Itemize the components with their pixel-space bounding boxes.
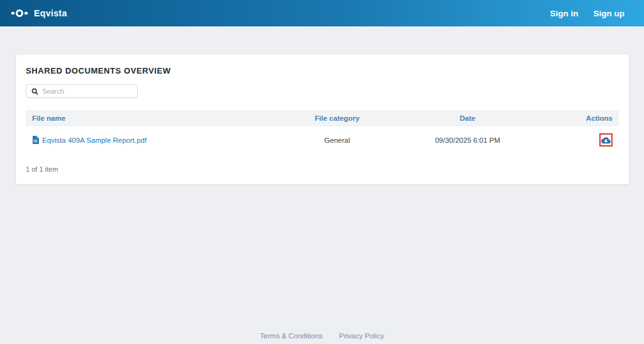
- sign-up-link[interactable]: Sign up: [594, 9, 625, 18]
- file-category-cell: General: [275, 126, 399, 153]
- file-name-link[interactable]: Eqvista 409A Sample Report.pdf: [42, 136, 147, 144]
- brand[interactable]: Eqvista: [11, 8, 67, 18]
- date-cell: 09/30/2025 6:01 PM: [399, 126, 536, 153]
- sign-in-link[interactable]: Sign in: [550, 9, 579, 18]
- eqvista-logo-icon: [11, 9, 28, 17]
- privacy-policy-link[interactable]: Privacy Policy: [339, 332, 384, 340]
- top-navbar: Eqvista Sign in Sign up: [0, 0, 644, 26]
- page-footer: Terms & Conditions Privacy Policy: [0, 332, 644, 340]
- brand-name: Eqvista: [34, 8, 67, 18]
- cloud-download-icon: [601, 136, 611, 144]
- navbar-links: Sign in Sign up: [550, 9, 625, 18]
- col-header-date: Date: [399, 110, 536, 126]
- shared-documents-card: SHARED DOCUMENTS OVERVIEW File name File…: [16, 55, 629, 184]
- col-header-file-name: File name: [26, 110, 275, 126]
- documents-table: File name File category Date Actions: [26, 110, 619, 153]
- page-title: SHARED DOCUMENTS OVERVIEW: [26, 66, 619, 75]
- pdf-file-icon: [32, 136, 39, 144]
- table-header-row: File name File category Date Actions: [26, 110, 619, 126]
- search-icon: [31, 88, 38, 95]
- terms-conditions-link[interactable]: Terms & Conditions: [260, 332, 323, 340]
- col-header-file-category: File category: [275, 110, 399, 126]
- pagination-status: 1 of 1 item: [26, 165, 619, 173]
- col-header-actions: Actions: [536, 110, 619, 126]
- table-row: Eqvista 409A Sample Report.pdf General 0…: [26, 126, 619, 153]
- search-input[interactable]: [42, 87, 132, 95]
- search-box[interactable]: [26, 84, 138, 98]
- download-button[interactable]: [599, 133, 613, 147]
